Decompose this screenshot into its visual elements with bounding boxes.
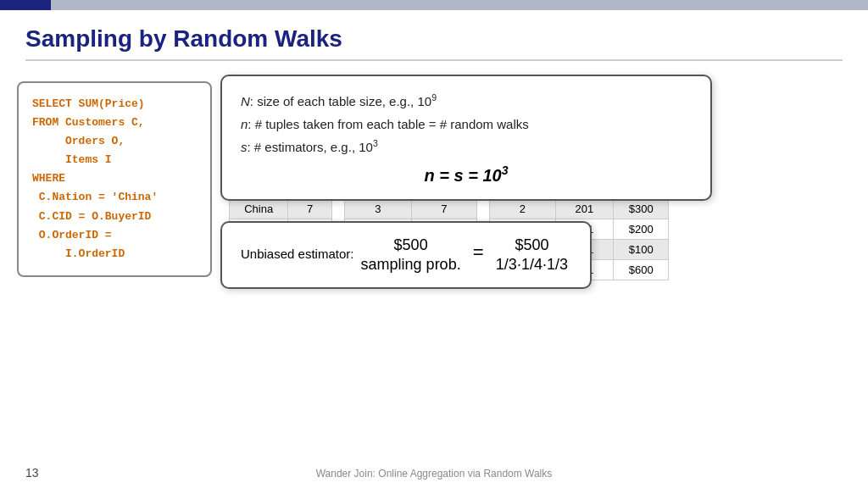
sql-box: SELECT SUM(Price) FROM Customers C, Orde…: [17, 81, 212, 277]
info-line-n-cap: N: size of each table size, e.g., 109: [241, 90, 692, 113]
tables-area: Nation CID US 1 C... 2: [229, 75, 851, 280]
estimator-fraction1: $500 sampling prob.: [358, 247, 468, 261]
top-bar: [0, 0, 868, 10]
slide: Sampling by Random Walks SELECT SUM(Pric…: [0, 10, 868, 488]
info-equation: n = s = 103: [241, 164, 692, 186]
content-area: SELECT SUM(Price) FROM Customers C, Orde…: [0, 75, 868, 280]
sql-text: SELECT SUM(Price) FROM Customers C, Orde…: [32, 97, 158, 260]
footer-text: Wander Join: Online Aggregation via Rand…: [316, 468, 553, 480]
estimator-fraction2: $500 1/3·1/4·1/3: [492, 247, 571, 261]
estimator-popup: Unbiased estimator: $500 sampling prob. …: [220, 221, 592, 289]
table-row: 2 201 $300: [490, 199, 669, 219]
info-line-n-small: n: # tuples taken from each table = # ra…: [241, 113, 692, 136]
info-popup: N: size of each table size, e.g., 109 n:…: [220, 75, 712, 201]
slide-title: Sampling by Random Walks: [0, 10, 868, 59]
table-row: 3 7: [344, 199, 476, 219]
divider: [25, 59, 843, 61]
estimator-equals: =: [473, 241, 484, 263]
info-line-s: s: # estimators, e.g., 103: [241, 136, 692, 158]
table-row: China 7: [230, 199, 332, 219]
page-number: 13: [25, 466, 39, 480]
estimator-label: Unbiased estimator:: [241, 247, 353, 261]
